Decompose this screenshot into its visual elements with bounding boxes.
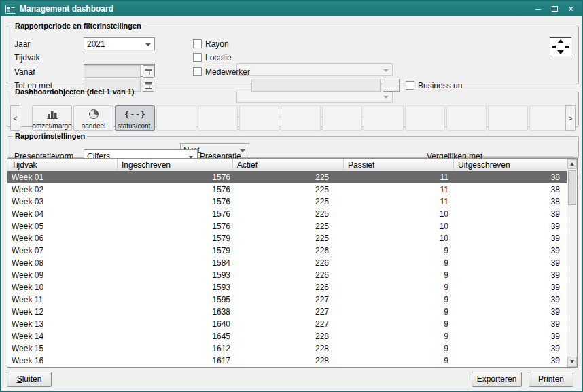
table-row[interactable]: Week 151612228939	[7, 342, 567, 355]
table-cell: 39	[454, 281, 567, 293]
table-row[interactable]: Week 121638227939	[7, 306, 567, 318]
dashboard-object-slot-empty	[239, 105, 279, 131]
table-cell: 1612	[118, 342, 233, 355]
table-row[interactable]: Week 111595227939	[7, 293, 567, 306]
table-cell: 39	[454, 342, 567, 355]
table-row[interactable]: Week 071579226939	[7, 245, 567, 257]
table-cell: 225	[233, 183, 344, 196]
table-row[interactable]: Week 0615792251039	[7, 232, 567, 245]
dashboard-object-status-cont[interactable]: {--} status/cont.	[115, 105, 155, 131]
locatie-checkbox[interactable]	[193, 53, 202, 62]
down-arrow-icon	[570, 360, 574, 366]
table-cell: 9	[344, 342, 454, 355]
scroll-right-button[interactable]: >	[565, 105, 576, 131]
tijdvak-label: Tijdvak	[14, 53, 40, 63]
table-row[interactable]: Week 141645228939	[7, 330, 567, 342]
table-cell: 9	[344, 330, 454, 342]
dashboard-object-omzet-marge[interactable]: omzet/marge	[32, 105, 72, 131]
dashboard-object-slot-empty	[529, 105, 569, 131]
table-row[interactable]: Week 131640227939	[7, 318, 567, 330]
jaar-select[interactable]: 2021	[84, 37, 155, 50]
table-row[interactable]: Week 0115762251138	[7, 171, 567, 183]
scroll-left-button[interactable]: <	[10, 105, 20, 131]
table-cell: 227	[233, 318, 344, 330]
vanaf-calendar-button[interactable]	[143, 65, 154, 78]
table-cell: Week 04	[7, 208, 118, 220]
table-cell: 9	[344, 281, 454, 293]
dashboard-object-slot-empty	[322, 105, 362, 131]
dashboard-object-aandeel[interactable]: aandeel	[73, 105, 113, 131]
table-cell: 10	[344, 232, 454, 245]
table-cell: Week 07	[7, 245, 118, 257]
column-header-tijdvak[interactable]: Tijdvak	[7, 159, 118, 171]
medewerker-checkbox[interactable]	[193, 67, 202, 76]
sluiten-button[interactable]: Sluiten	[7, 372, 52, 387]
table-cell: 9	[344, 306, 454, 318]
column-header-ingeschreven[interactable]: Ingeschreven	[118, 159, 233, 171]
dashboard-object-slot-empty	[405, 105, 445, 131]
table-cell: 38	[454, 171, 567, 183]
table-cell: 9	[344, 293, 454, 306]
rayon-checkbox[interactable]	[193, 39, 202, 48]
filter-group-title: Rapportperiode en filterinstellingen	[13, 22, 143, 30]
dashboard-object-slot-empty	[156, 105, 196, 131]
calendar-icon	[145, 68, 152, 75]
navigator-control[interactable]	[548, 37, 573, 57]
table-cell: Week 09	[7, 269, 118, 281]
scrollbar-down-button[interactable]	[567, 357, 577, 367]
column-header-passief[interactable]: Passief	[344, 159, 454, 171]
table-cell: 1638	[118, 306, 233, 318]
table-cell: Week 01	[7, 171, 118, 183]
maximize-button[interactable]	[546, 3, 563, 15]
table-cell: 1617	[118, 355, 233, 367]
table-cell: 1640	[118, 318, 233, 330]
table-row[interactable]: Week 161617228939	[7, 355, 567, 367]
table-cell: 9	[344, 257, 454, 269]
table-row[interactable]: Week 0415762251039	[7, 208, 567, 220]
table-row[interactable]: Week 0315762251138	[7, 196, 567, 208]
table-cell: Week 13	[7, 318, 118, 330]
table-cell: 226	[233, 269, 344, 281]
table-cell: 39	[454, 245, 567, 257]
report-settings-group: Rapportinstellingen Presentatievorm Cijf…	[7, 132, 579, 158]
rayon-select	[236, 63, 393, 76]
dashboard-object-slot-empty	[364, 105, 404, 131]
column-header-actief[interactable]: Actief	[233, 159, 344, 171]
dashboard-object-label: status/cont.	[118, 122, 152, 130]
table-cell: 39	[454, 257, 567, 269]
table-cell: 1576	[118, 171, 233, 183]
table-row[interactable]: Week 091593226939	[7, 269, 567, 281]
table-cell: 38	[454, 196, 567, 208]
filter-group: Rapportperiode en filterinstellingen Jaa…	[7, 22, 579, 84]
minimize-button[interactable]: ─	[530, 3, 546, 15]
table-cell: Week 05	[7, 220, 118, 232]
table-cell: 39	[454, 293, 567, 306]
titlebar[interactable]: Management dashboard ─ ✕	[1, 1, 582, 16]
column-header-uitgeschreven[interactable]: Uitgeschreven	[454, 159, 567, 171]
table-row[interactable]: Week 081584226939	[7, 257, 567, 269]
exporteren-button[interactable]: Exporteren	[472, 372, 522, 387]
scrollbar-up-button[interactable]	[567, 159, 577, 169]
table-cell: 1593	[118, 269, 233, 281]
table-cell: 226	[233, 257, 344, 269]
table-cell: 10	[344, 220, 454, 232]
table-cell: 11	[344, 196, 454, 208]
vertical-scrollbar[interactable]	[567, 159, 577, 367]
table-cell: 39	[454, 232, 567, 245]
table-row[interactable]: Week 0215762251138	[7, 183, 567, 196]
table-row[interactable]: Week 0515762251039	[7, 220, 567, 232]
maximize-icon	[552, 6, 558, 12]
scrollbar-thumb[interactable]	[568, 170, 576, 205]
table-cell: 11	[344, 171, 454, 183]
table-cell: 228	[233, 355, 344, 367]
table-cell: Week 02	[7, 183, 118, 196]
table-cell: Week 10	[7, 281, 118, 293]
table-row[interactable]: Week 101593226939	[7, 281, 567, 293]
table-cell: 228	[233, 342, 344, 355]
close-button[interactable]: ✕	[563, 3, 579, 15]
app-icon	[5, 5, 16, 14]
table-cell: Week 15	[7, 342, 118, 355]
table-cell: 228	[233, 330, 344, 342]
printen-button[interactable]: Printen	[529, 372, 573, 387]
table-cell: Week 16	[7, 355, 118, 367]
